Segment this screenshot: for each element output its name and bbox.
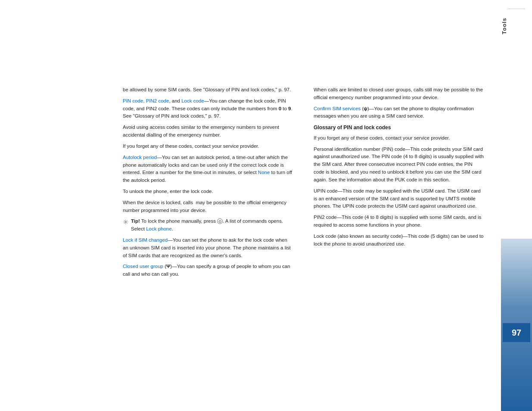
right-p5: Personal identification number (PIN) cod… [314,146,484,184]
tip-box: ✳ Tip! To lock the phone manually, press… [123,218,293,233]
left-p9: Lock if SIM changed—You can set the phon… [123,237,293,259]
none-link[interactable]: None [258,170,270,175]
right-sidebar: Tools 97 [501,0,532,411]
left-p3: Avoid using access codes similar to the … [123,124,293,139]
left-column: be allowed by some SIM cards. See "Gloss… [0,86,303,377]
sidebar-gradient: 97 [501,239,532,411]
left-p7: When the device is locked, calls may be … [123,199,293,215]
tip-icon: ✳ [123,218,128,227]
sidebar-tools-label: Tools [501,18,507,34]
right-p6: UPIN code—This code may be supplied with… [314,187,484,210]
lock-if-sim-link[interactable]: Lock if SIM changed [123,237,168,243]
right-column: When calls are limited to closed user gr… [303,86,501,377]
autolock-link[interactable]: Autolock period [123,155,157,160]
page-number-box: 97 [503,323,530,342]
left-p1: be allowed by some SIM cards. See "Gloss… [123,86,293,94]
confirm-sim-link[interactable]: Confirm SIM services [314,106,361,111]
right-p4: If you forget any of these codes, contac… [314,134,484,142]
left-p5: Autolock period—You can set an autolock … [123,154,293,184]
left-p4: If you forget any of these codes, contac… [123,143,293,150]
glossary-heading: Glossary of PIN and lock codes [314,124,484,132]
right-p2: Confirm SIM services (ψ)—You can set the… [314,105,484,121]
pin-code-link[interactable]: PIN code, PIN2 code [123,98,169,103]
right-p8: Lock code (also known as security code)—… [314,233,484,248]
left-p6: To unlock the phone, enter the lock code… [123,188,293,196]
right-p1: When calls are limited to closed user gr… [314,86,484,102]
page-container: Tools 97 be allowed by some SIM cards. S… [0,0,532,411]
left-p10: Closed user group (Ψ)—You can specify a … [123,263,293,278]
right-p7: PIN2 code—This code (4 to 8 digits) is s… [314,214,484,229]
closed-user-group-link[interactable]: Closed user group [123,264,163,269]
sidebar-line [508,9,525,9]
tip-text: Tip! To lock the phone manually, press ⊙… [131,218,293,233]
left-p2: PIN code, PIN2 code, and Lock code—You c… [123,97,293,120]
page-number: 97 [512,328,521,338]
content-area: be allowed by some SIM cards. See "Gloss… [0,0,501,411]
sidebar-top: Tools [501,0,532,78]
menu-icon: ⊙ [217,218,223,224]
lock-phone-link[interactable]: Lock phone [146,226,171,231]
lock-code-link[interactable]: Lock code [181,98,204,103]
